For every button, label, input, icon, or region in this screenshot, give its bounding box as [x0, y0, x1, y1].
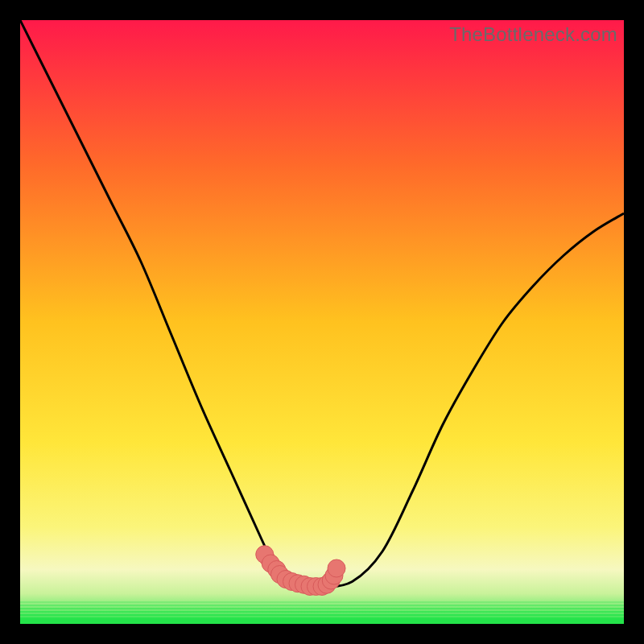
green-band-group: [20, 601, 624, 624]
svg-rect-5: [20, 617, 624, 619]
watermark-text: TheBottleneck.com: [449, 23, 617, 46]
gradient-background: [20, 20, 624, 624]
svg-rect-4: [20, 614, 624, 616]
svg-rect-2: [20, 608, 624, 609]
plot-area: TheBottleneck.com: [20, 20, 624, 624]
svg-rect-3: [20, 611, 624, 613]
svg-rect-1: [20, 605, 624, 606]
bottleneck-chart: [20, 20, 624, 624]
svg-rect-0: [20, 601, 624, 603]
svg-rect-6: [20, 619, 624, 624]
curve-marker: [328, 559, 345, 577]
outer-frame: TheBottleneck.com: [0, 0, 644, 644]
